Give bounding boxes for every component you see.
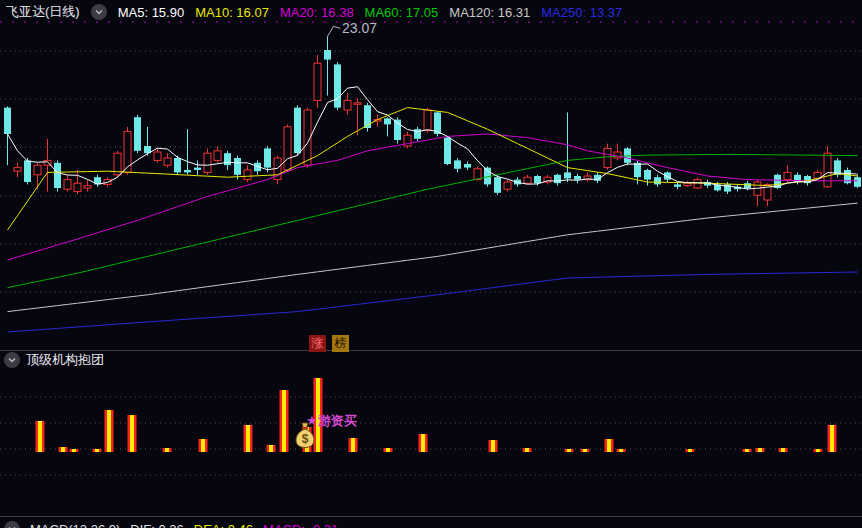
peak-price-label: 23.07: [342, 20, 377, 36]
svg-text:$: $: [302, 432, 309, 446]
chevron-down-icon[interactable]: [91, 4, 107, 20]
institution-panel-header: 顶级机构抱团: [4, 351, 104, 369]
indicator-header-bar: 飞亚达(日线) MA5: 15.90 MA10: 16.07 MA20: 16.…: [6, 3, 622, 21]
bottom-indicator-row: MACD(12,26,9) DIF: 0.36 DEA: 0.46 MACD: …: [4, 521, 338, 528]
rise-badge[interactable]: 涨: [309, 335, 326, 352]
stock-chart-window: 飞亚达(日线) MA5: 15.90 MA10: 16.07 MA20: 16.…: [0, 0, 862, 528]
hot-money-marker: ★游资买: [306, 412, 357, 430]
ma10-readout: MA10: 16.07: [195, 5, 269, 20]
ma120-readout: MA120: 16.31: [449, 5, 530, 20]
ma250-readout: MA250: 13.37: [541, 5, 622, 20]
ma20-readout: MA20: 16.38: [280, 5, 354, 20]
chevron-down-icon[interactable]: [4, 521, 20, 528]
indicator-segment: DIF: 0.36: [130, 522, 183, 528]
candlestick-chart[interactable]: [0, 0, 862, 528]
ma5-readout: MA5: 15.90: [118, 5, 185, 20]
badge-row: 涨 榜: [309, 335, 349, 352]
indicator-segment: MACD(12,26,9): [30, 522, 120, 528]
indicator-segment: DEA: 0.46: [194, 522, 253, 528]
indicator-segment: MACD: -0.21: [263, 522, 338, 528]
ma60-readout: MA60: 17.05: [365, 5, 439, 20]
stock-title: 飞亚达(日线): [6, 3, 80, 21]
institution-panel-title: 顶级机构抱团: [26, 351, 104, 369]
chevron-down-icon[interactable]: [4, 352, 20, 368]
board-badge[interactable]: 榜: [332, 335, 349, 352]
